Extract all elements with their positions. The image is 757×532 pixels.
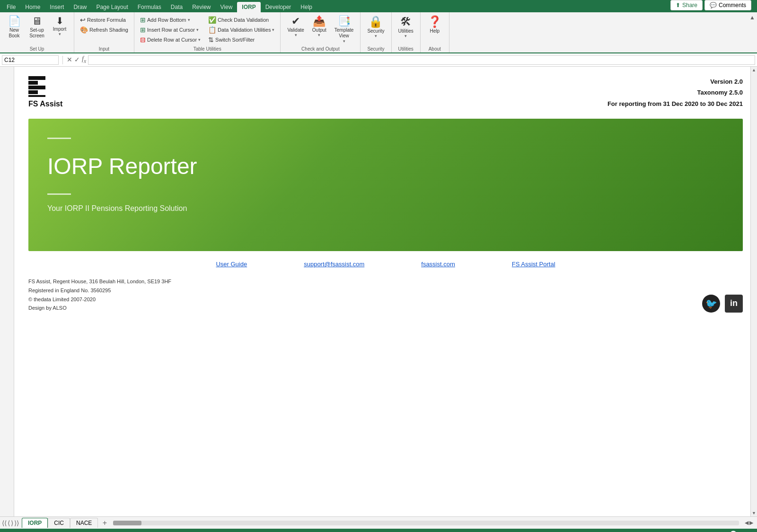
ribbon-group-about: ❓ Help About [421,12,449,52]
page-break-view-button[interactable]: ≡ [687,530,695,532]
tab-page-layout[interactable]: Page Layout [91,2,132,12]
tab-file[interactable]: File [2,2,20,12]
fs-logo: FS Assist [28,76,62,108]
ribbon-collapse-icon[interactable]: ▲ [749,14,755,21]
top-right-area: ⬆ Share 💬 Comments [667,0,755,12]
footer-line-3: © thedata Limited 2007-2020 [28,295,171,304]
right-scrollbar[interactable]: ▲ ▼ [750,67,757,516]
setup-group-label: Set Up [4,45,70,52]
help-button[interactable]: ❓ Help [424,14,445,35]
tab-nav-right-right[interactable]: ⟩⟩ [14,519,19,527]
tab-insert[interactable]: Insert [45,2,69,12]
security-icon: 🔒 [369,16,383,27]
normal-view-button[interactable]: ⊞ [660,530,670,532]
ribbon-group-input: ↩ Restore Formula 🎨 Refresh Shading Inpu… [74,12,134,52]
check-data-validation-button[interactable]: ✅ Check Data Validation [206,15,276,25]
tab-cic[interactable]: CIC [48,518,70,528]
tab-nav-left-left[interactable]: ⟨⟨ [2,519,7,527]
tab-view[interactable]: View [216,2,238,12]
scroll-down-arrow[interactable]: ▼ [751,510,757,516]
tab-nav-left[interactable]: ⟨ [8,519,10,527]
utilities-button[interactable]: 🛠 Utilities ▾ [396,14,416,40]
confirm-formula-icon[interactable]: ✓ [74,56,80,63]
data-validation-utilities-label: Data Validation Utilities [218,27,271,33]
links-row: User Guide support@fsassist.com fsassist… [28,261,743,268]
delete-row-cursor-button[interactable]: ⊟ Delete Row at Cursor ▾ [138,35,202,44]
footer-section: FS Assist, Regent House, 316 Beulah Hill… [28,277,743,313]
tab-developer[interactable]: Developer [261,2,296,12]
ribbon-tabs-bar: File Home Insert Draw Page Layout Formul… [0,0,757,12]
insert-row-cursor-button[interactable]: ⊞ Insert Row at Cursor ▾ [138,25,202,35]
tab-formulas[interactable]: Formulas [133,2,166,12]
svg-rect-1 [28,81,38,85]
status-bar: ⊞ ⊟ ≡ 100% [0,529,757,532]
switch-sort-filter-button[interactable]: ⇅ Switch Sort/Filter [206,35,276,44]
tab-nav: ⟨⟨ ⟨ ⟩ ⟩⟩ [2,519,19,527]
import-icon: ⬇ [56,16,64,26]
new-book-label: NewBook [9,27,20,39]
tab-iorp[interactable]: IORP [237,2,260,12]
twitter-icon[interactable]: 🐦 [702,295,720,313]
linkedin-icon[interactable]: in [725,295,743,313]
validate-icon: ✔ [291,16,300,26]
output-button[interactable]: 📤 Output ▾ [309,14,330,39]
user-guide-link[interactable]: User Guide [216,261,247,268]
new-book-button[interactable]: 📄 NewBook [4,14,25,41]
add-row-bottom-button[interactable]: ⊞ Add Row Bottom ▾ [138,15,202,25]
comments-icon: 💬 [710,2,717,9]
tab-review[interactable]: Review [187,2,215,12]
tab-nace[interactable]: NACE [70,518,98,528]
taxonomy-text: Taxonomy 2.5.0 [607,87,743,98]
cancel-formula-icon[interactable]: ✕ [67,56,72,63]
website-link[interactable]: fsassist.com [421,261,455,268]
comments-button[interactable]: 💬 Comments [704,0,751,10]
main-area: FS Assist Version 2.0 Taxonomy 2.5.0 For… [0,67,757,516]
tab-home[interactable]: Home [20,2,45,12]
share-button[interactable]: ⬆ Share [670,0,703,10]
horizontal-scroll-right[interactable]: ▶ [749,520,753,526]
template-view-button[interactable]: 📑 TemplateView ▾ [332,14,357,45]
formula-input[interactable] [88,55,755,65]
insert-function-icon[interactable]: fx [82,55,86,64]
insert-row-cursor-icon: ⊞ [140,26,146,34]
restore-formula-label: Restore Formula [87,17,126,23]
restore-formula-button[interactable]: ↩ Restore Formula [78,15,130,25]
template-view-label: TemplateView [334,27,354,39]
hero-title: IORP Reporter [47,153,724,179]
utilities-group-label: Utilities [396,45,416,52]
horizontal-scroll-left[interactable]: ◀ [745,520,748,526]
sheet-tabs: ⟨⟨ ⟨ ⟩ ⟩⟩ IORP CIC NACE + ◀ ▶ [0,516,757,529]
horizontal-scrollbar[interactable] [109,521,743,525]
comments-label: Comments [719,2,746,9]
svg-rect-0 [28,76,45,80]
social-icons: 🐦 in [702,295,743,313]
fs-assist-logo-text: FS Assist [28,100,62,108]
add-sheet-button[interactable]: + [100,518,109,528]
security-button[interactable]: 🔒 Security ▾ [364,14,387,40]
tab-iorp[interactable]: IORP [22,518,48,528]
set-up-screen-button[interactable]: 🖥 Set-upScreen [26,14,47,41]
table-utilities-group-label: Table Utilities [138,45,276,52]
data-validation-utilities-button[interactable]: 📋 Data Validation Utilities ▾ [206,25,276,35]
ribbon-group-security: 🔒 Security ▾ Security [361,12,391,52]
check-output-group-label: Check and Output [284,45,356,52]
support-email-link[interactable]: support@fsassist.com [304,261,364,268]
footer-line-1: FS Assist, Regent House, 316 Beulah Hill… [28,277,171,286]
tab-help[interactable]: Help [296,2,317,12]
svg-rect-3 [28,90,38,94]
scroll-up-arrow[interactable]: ▲ [751,67,757,73]
tab-draw[interactable]: Draw [69,2,91,12]
refresh-shading-button[interactable]: 🎨 Refresh Shading [78,25,130,35]
version-text: Version 2.0 [607,76,743,87]
assist-portal-link[interactable]: FS Assist Portal [512,261,555,268]
validate-button[interactable]: ✔ Validate ▾ [284,14,307,39]
tab-nav-right[interactable]: ⟩ [11,519,13,527]
name-box[interactable] [2,55,59,65]
page-layout-view-button[interactable]: ⊟ [674,530,683,532]
logo-area: FS Assist Version 2.0 Taxonomy 2.5.0 For… [28,76,743,109]
tab-data[interactable]: Data [166,2,187,12]
table-right-col: ✅ Check Data Validation 📋 Data Validatio… [206,14,276,45]
import-button[interactable]: ⬇ Import ▾ [49,14,70,38]
hero-line-bottom [47,193,71,195]
help-label: Help [430,28,440,34]
